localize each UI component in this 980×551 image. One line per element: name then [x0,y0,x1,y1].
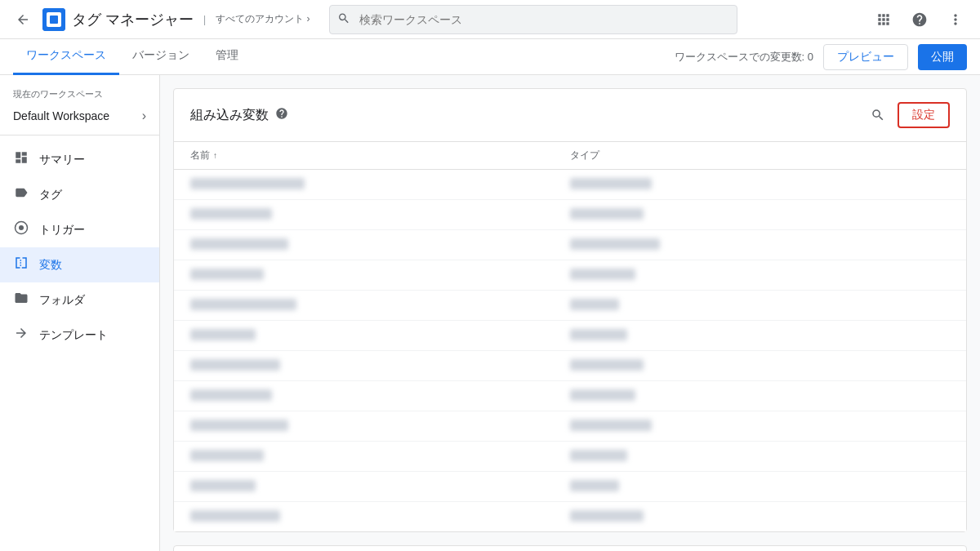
table-row[interactable] [174,230,966,260]
table-row[interactable] [174,321,966,351]
sidebar-item-variables[interactable]: 変数 [0,247,159,282]
sidebar-label-tags: タグ [39,188,62,202]
builtin-search-button[interactable] [865,102,891,128]
tags-icon [13,185,29,204]
tab-workspace[interactable]: ワークスペース [13,39,119,75]
row-name [190,269,264,280]
builtin-vars-header: 組み込み変数 設定 [174,89,966,142]
sidebar-item-summary[interactable]: サマリー [0,142,159,177]
builtin-vars-title-row: 組み込み変数 [190,107,288,124]
table-row[interactable] [174,291,966,321]
table-row[interactable] [174,502,966,531]
row-name [190,450,264,461]
row-name [190,510,280,522]
topbar-left: タグ マネージャー | すべてのアカウント › [10,7,310,33]
row-type [570,269,635,280]
topbar: タグ マネージャー | すべてのアカウント › [0,0,980,39]
row-type [570,480,619,491]
builtin-vars-rows [174,170,966,531]
folders-icon [13,291,29,309]
row-type [570,329,627,340]
gtm-logo [42,8,65,31]
table-row[interactable] [174,411,966,442]
row-name [190,480,256,491]
row-type [570,208,644,220]
row-name [190,359,280,371]
changes-count: ワークスペースでの変更数: 0 [675,50,813,64]
row-name [190,178,305,189]
topbar-right [869,5,970,34]
sidebar-item-triggers[interactable]: トリガー [0,212,159,247]
search-icon [337,11,350,27]
row-type [570,450,627,461]
row-name [190,389,272,401]
row-type [570,238,660,250]
row-type [570,178,652,189]
row-type [570,359,644,371]
table-row[interactable] [174,170,966,200]
back-button[interactable] [10,7,36,33]
breadcrumb-divider: | [203,14,206,25]
settings-button[interactable]: 設定 [898,102,950,128]
builtin-help-icon[interactable] [275,107,288,123]
builtin-vars-section: 組み込み変数 設定 [173,88,967,532]
row-type [570,420,652,431]
sidebar-label-templates: テンプレート [39,328,108,343]
workspace-label: 現在のワークスペース [0,82,159,104]
more-options-button[interactable] [941,5,970,34]
apps-grid-button[interactable] [869,5,898,34]
sidebar-label-triggers: トリガー [39,223,85,238]
sidebar-label-variables: 変数 [39,258,62,273]
content-area: 組み込み変数 設定 [160,75,980,551]
triggers-icon [13,220,29,239]
sort-asc-icon: ↑ [213,151,217,160]
workspace-name: Default Workspace [13,109,109,122]
table-row[interactable] [174,200,966,230]
search-bar [329,5,737,34]
row-name [190,299,296,310]
templates-icon [13,326,29,344]
table-row[interactable] [174,472,966,502]
row-name [190,238,288,250]
tab-admin[interactable]: 管理 [203,39,252,75]
row-type [570,389,635,401]
app-title: タグ マネージャー [72,10,194,29]
publish-button[interactable]: 公開 [918,44,967,70]
sidebar-label-folders: フォルダ [39,293,85,308]
search-wrapper [329,5,737,34]
row-type [570,299,619,310]
sidebar-label-summary: サマリー [39,153,85,167]
user-vars-header: ユーザー定義変数 新規 [174,546,966,551]
workspace-selector[interactable]: Default Workspace › [3,104,156,128]
main-layout: 現在のワークスペース Default Workspace › サマリー タグ ト… [0,75,980,551]
sidebar-item-folders[interactable]: フォルダ [0,282,159,318]
builtin-vars-table-header: 名前 ↑ タイプ [174,142,966,170]
table-row[interactable] [174,442,966,472]
nav-tabs-right: ワークスペースでの変更数: 0 プレビュー 公開 [675,44,967,70]
nav-tabs: ワークスペース バージョン 管理 ワークスペースでの変更数: 0 プレビュー 公… [0,39,980,75]
help-button[interactable] [905,5,934,34]
summary-icon [13,150,29,169]
table-row[interactable] [174,351,966,381]
table-row[interactable] [174,260,966,291]
preview-button[interactable]: プレビュー [823,44,908,70]
svg-point-4 [19,225,24,230]
row-name [190,329,256,340]
builtin-col-name: 名前 ↑ [190,149,570,162]
builtin-vars-title: 組み込み変数 [190,107,269,124]
chevron-right-icon: › [142,109,146,123]
row-name [190,208,272,220]
tab-version[interactable]: バージョン [119,39,203,75]
row-name [190,420,288,431]
svg-rect-2 [50,16,58,24]
search-input[interactable] [329,5,737,34]
breadcrumb-link[interactable]: すべてのアカウント › [216,12,310,26]
user-vars-section: ユーザー定義変数 新規 名前 ↑ [173,545,967,551]
row-type [570,510,644,522]
table-row[interactable] [174,381,966,411]
sidebar-item-tags[interactable]: タグ [0,177,159,212]
sidebar-item-templates[interactable]: テンプレート [0,318,159,353]
sidebar: 現在のワークスペース Default Workspace › サマリー タグ ト… [0,75,160,551]
variables-icon [13,256,29,274]
builtin-col-type: タイプ [570,149,950,162]
